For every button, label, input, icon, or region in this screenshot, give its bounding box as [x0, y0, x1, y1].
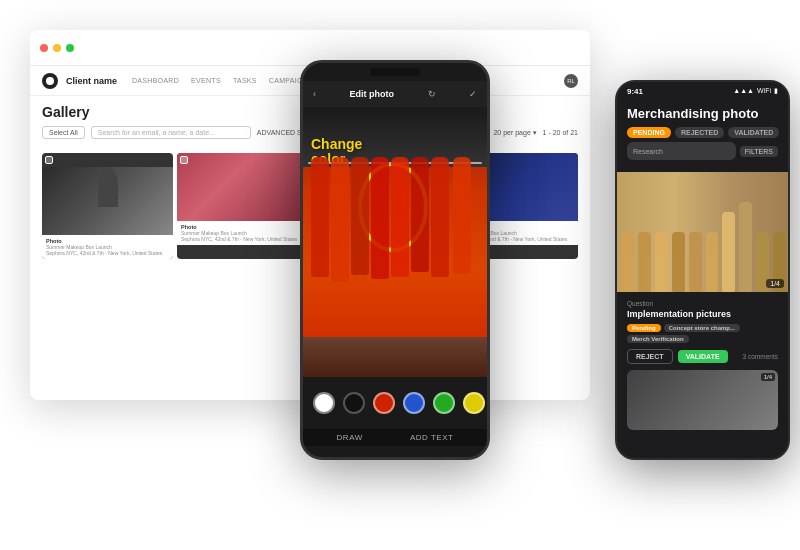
card-checkbox[interactable] — [180, 156, 188, 164]
phone-topbar: ‹ Edit photo ↻ ✓ — [303, 81, 487, 107]
photo-strip: 1/4 — [617, 172, 788, 292]
store-item — [689, 232, 702, 292]
search-box[interactable]: Search for an email, a name, a date... — [91, 126, 251, 139]
p2-content: Question Implementation pictures Pending… — [617, 292, 788, 438]
jacket-item — [331, 157, 349, 282]
phone-title: Edit photo — [350, 89, 395, 99]
thumb-count-badge: 1/4 — [761, 373, 775, 381]
question-title: Implementation pictures — [627, 309, 778, 319]
comments-count[interactable]: 3 comments — [743, 353, 778, 360]
reject-button[interactable]: REJECT — [627, 349, 673, 364]
select-all-button[interactable]: Select All — [42, 126, 85, 139]
refresh-icon[interactable]: ↻ — [428, 89, 436, 99]
jacket-item — [351, 157, 369, 275]
tag-pending: Pending — [627, 324, 661, 332]
store-item — [722, 212, 735, 292]
store-item — [706, 232, 719, 292]
color-red[interactable] — [373, 392, 395, 414]
photo-count-badge: 1/4 — [766, 279, 784, 288]
validate-button[interactable]: VALIDATE — [678, 350, 728, 363]
store-item — [655, 232, 668, 292]
action-row: REJECT VALIDATE 3 comments — [627, 349, 778, 364]
logo-icon — [42, 73, 58, 89]
color-dots — [313, 392, 485, 414]
phone-merchandising: 9:41 ▲▲▲ WiFi ▮ Merchandising photo PEND… — [615, 80, 790, 460]
store-item — [739, 202, 752, 292]
check-icon[interactable]: ✓ — [469, 89, 477, 99]
minimize-icon[interactable] — [53, 44, 61, 52]
tag-store: Concept store champ... — [664, 324, 740, 332]
svg-point-0 — [46, 77, 54, 85]
battery-icon: ▮ — [774, 87, 778, 95]
color-picker-bar — [303, 377, 487, 429]
brand-name: Client name — [66, 76, 117, 86]
browser-topbar — [30, 30, 590, 66]
search-placeholder: Search for an email, a name, a date... — [98, 129, 215, 136]
nav-tasks[interactable]: TASKS — [228, 75, 262, 86]
jacket-item — [411, 157, 429, 272]
card-sublabel: Sephora NYC, 42nd & 7th - New York, Unit… — [46, 250, 169, 256]
photo-thumbnail[interactable]: 1/4 — [627, 370, 778, 430]
store-item — [672, 232, 685, 292]
store-item — [638, 232, 651, 292]
jacket-item — [371, 157, 389, 279]
phone-notch — [303, 63, 487, 81]
p2-header: Merchandising photo PENDING REJECTED VAL… — [617, 100, 788, 172]
color-green[interactable] — [433, 392, 455, 414]
jacket-item — [453, 157, 471, 274]
back-icon[interactable]: ‹ — [313, 89, 316, 99]
floor-area — [303, 337, 487, 377]
phone-bottom-actions: DRAW ADD TEXT — [303, 429, 487, 446]
maximize-icon[interactable] — [66, 44, 74, 52]
status-bar: 9:41 ▲▲▲ WiFi ▮ — [617, 82, 788, 100]
user-avatar[interactable]: RL — [564, 74, 578, 88]
tab-rejected[interactable]: REJECTED — [675, 127, 724, 138]
status-time: 9:41 — [627, 87, 643, 96]
store-item — [621, 232, 634, 292]
close-icon[interactable] — [40, 44, 48, 52]
photo-edit-area: Changecolor — [303, 107, 487, 377]
signal-icon: ▲▲▲ — [733, 87, 754, 95]
search-row: Research FILTERS — [627, 142, 778, 160]
tab-pending[interactable]: PENDING — [627, 127, 671, 138]
store-image — [617, 172, 788, 292]
color-yellow[interactable] — [463, 392, 485, 414]
jacket-item — [311, 157, 329, 277]
search-input[interactable]: Research — [627, 142, 736, 160]
nav-dashboard[interactable]: DASHBOARD — [127, 75, 184, 86]
status-tabs: PENDING REJECTED VALIDATED — [627, 127, 778, 138]
status-icons: ▲▲▲ WiFi ▮ — [733, 87, 778, 95]
card-checkbox[interactable] — [45, 156, 53, 164]
gallery-card[interactable]: Photo Summer Makeup Box Launch Sephora N… — [42, 153, 173, 259]
per-page-selector[interactable]: 20 per page ▾ 1 - 20 of 21 — [493, 129, 578, 137]
filter-button[interactable]: FILTERS — [740, 146, 778, 157]
wifi-icon: WiFi — [757, 87, 771, 95]
merchandising-photo-title: Merchandising photo — [627, 106, 778, 121]
nav-events[interactable]: EVENTS — [186, 75, 226, 86]
color-blue[interactable] — [403, 392, 425, 414]
jacket-item — [391, 157, 409, 277]
phone-edit-photo: ‹ Edit photo ↻ ✓ Changecolor — [300, 60, 490, 460]
tag-verification: Merch Verification — [627, 335, 689, 343]
draw-button[interactable]: DRAW — [337, 433, 363, 442]
color-white[interactable] — [313, 392, 335, 414]
jacket-item — [431, 157, 449, 277]
card-sublabel: Sephora NYC, 42nd & 7th - New York, Unit… — [181, 236, 304, 242]
add-text-button[interactable]: ADD TEXT — [410, 433, 453, 442]
gallery-card[interactable]: Photo Summer Makeup Box Launch Sephora N… — [177, 153, 308, 259]
tag-row: Pending Concept store champ... Merch Ver… — [627, 324, 778, 343]
tab-validated[interactable]: VALIDATED — [728, 127, 779, 138]
question-label: Question — [627, 300, 778, 307]
color-black[interactable] — [343, 392, 365, 414]
search-placeholder: Research — [633, 148, 663, 155]
